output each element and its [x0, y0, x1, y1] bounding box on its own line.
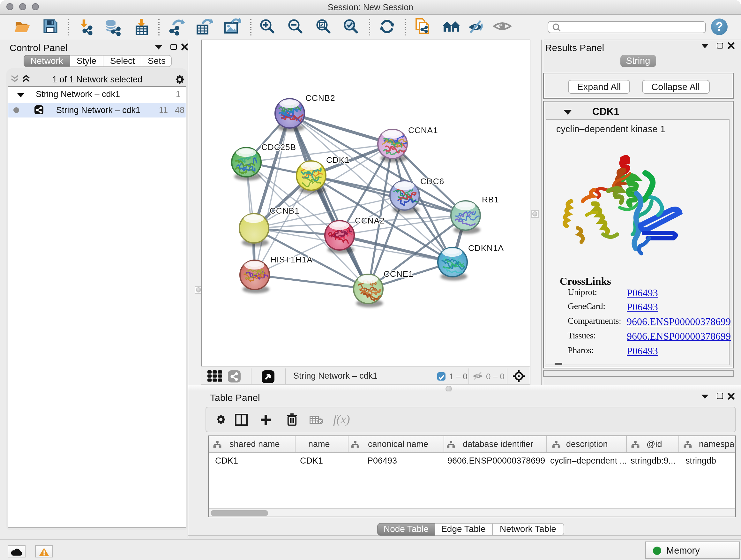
svg-text:CCNA1: CCNA1 [408, 125, 437, 135]
svg-text:CCNA2: CCNA2 [354, 216, 384, 226]
svg-text:CCNB1: CCNB1 [269, 206, 299, 215]
svg-text:CDC25B: CDC25B [261, 142, 296, 152]
svg-text:HIST1H1A: HIST1H1A [270, 255, 313, 264]
svg-text:CCNB2: CCNB2 [305, 93, 335, 103]
svg-text:RB1: RB1 [482, 195, 499, 204]
svg-text:CDKN1A: CDKN1A [468, 243, 503, 253]
svg-text:CDK1: CDK1 [326, 155, 349, 165]
svg-text:CCNE1: CCNE1 [383, 269, 413, 279]
svg-text:CDC6: CDC6 [420, 177, 444, 186]
